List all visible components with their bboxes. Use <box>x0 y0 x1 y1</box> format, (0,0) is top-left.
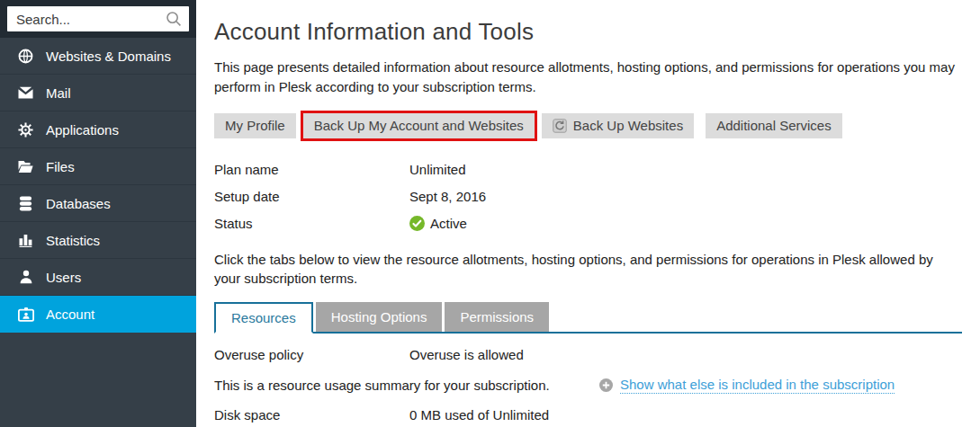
backup-websites-label: Back Up Websites <box>573 118 683 133</box>
plus-circle-icon[interactable] <box>599 378 613 392</box>
status-label: Status <box>214 216 409 231</box>
sidebar-item-label: Account <box>46 307 94 322</box>
plan-name-row: Plan name Unlimited <box>214 156 962 183</box>
backup-account-button[interactable]: Back Up My Account and Websites <box>303 113 535 138</box>
sidebar-item-label: Applications <box>46 122 119 138</box>
tabs-hint-text: Click the tabs below to view the resourc… <box>214 250 962 289</box>
sidebar-item-label: Mail <box>46 85 71 101</box>
user-icon <box>17 269 34 285</box>
sidebar-item-mail[interactable]: Mail <box>0 75 196 111</box>
usage-summary-row: This is a resource usage summary for you… <box>214 371 962 398</box>
plan-info: Plan name Unlimited Setup date Sept 8, 2… <box>214 156 962 237</box>
setup-date-row: Setup date Sept 8, 2016 <box>214 183 962 210</box>
backup-websites-button[interactable]: Back Up Websites <box>542 113 694 138</box>
annotation-highlight: Back Up My Account and Websites <box>301 111 537 141</box>
sidebar-item-account[interactable]: Account <box>0 296 196 333</box>
usage-summary-text: This is a resource usage summary for you… <box>214 378 599 393</box>
tab-bar: Resources Hosting Options Permissions <box>214 302 962 334</box>
main-content: Account Information and Tools This page … <box>196 0 980 427</box>
sidebar-search <box>0 0 196 38</box>
disk-space-label: Disk space <box>214 407 409 423</box>
overuse-policy-row: Overuse policy Overuse is allowed <box>214 341 962 368</box>
show-more-group: Show what else is included in the subscr… <box>599 377 895 394</box>
plan-name-label: Plan name <box>214 162 409 177</box>
tab-permissions[interactable]: Permissions <box>445 302 549 332</box>
status-value: Active <box>409 216 467 231</box>
sidebar: Websites & Domains Mail Applications Fil… <box>0 0 196 427</box>
backup-icon <box>553 119 567 133</box>
sidebar-item-databases[interactable]: Databases <box>0 185 196 222</box>
status-text: Active <box>430 216 467 231</box>
tab-resources[interactable]: Resources <box>214 302 313 334</box>
sidebar-item-statistics[interactable]: Statistics <box>0 222 196 259</box>
tab-hosting-options[interactable]: Hosting Options <box>316 302 443 332</box>
toolbar: My Profile Back Up My Account and Websit… <box>214 111 962 141</box>
my-profile-button[interactable]: My Profile <box>214 113 296 138</box>
resources-panel: Overuse policy Overuse is allowed This i… <box>214 341 962 427</box>
show-subscription-link[interactable]: Show what else is included in the subscr… <box>620 377 895 394</box>
search-input[interactable] <box>7 6 189 31</box>
setup-date-value: Sept 8, 2016 <box>409 189 486 204</box>
overuse-policy-value: Overuse is allowed <box>409 347 524 362</box>
intro-text: This page presents detailed information … <box>214 58 962 97</box>
sidebar-item-label: Statistics <box>46 233 100 248</box>
search-icon[interactable] <box>166 11 182 27</box>
sidebar-item-users[interactable]: Users <box>0 259 196 296</box>
setup-date-label: Setup date <box>214 189 409 204</box>
folder-icon <box>17 158 34 174</box>
disk-space-row: Disk space 0 MB used of Unlimited <box>214 401 962 427</box>
plesk-app: Websites & Domains Mail Applications Fil… <box>0 0 980 427</box>
database-icon <box>17 195 34 211</box>
plan-name-value: Unlimited <box>409 162 466 177</box>
bar-chart-icon <box>17 232 34 248</box>
sidebar-item-files[interactable]: Files <box>0 148 196 185</box>
status-row: Status Active <box>214 210 962 237</box>
sidebar-item-applications[interactable]: Applications <box>0 111 196 148</box>
overuse-policy-label: Overuse policy <box>214 347 409 362</box>
disk-space-value: 0 MB used of Unlimited <box>409 407 549 423</box>
id-card-icon <box>17 306 34 322</box>
sidebar-item-label: Users <box>46 270 81 285</box>
sidebar-item-label: Websites & Domains <box>46 49 171 64</box>
mail-icon <box>17 85 34 101</box>
globe-icon <box>17 48 34 64</box>
additional-services-button[interactable]: Additional Services <box>706 113 842 138</box>
sidebar-item-label: Databases <box>46 196 111 211</box>
page-title: Account Information and Tools <box>214 18 962 46</box>
check-circle-icon <box>409 216 425 231</box>
gear-icon <box>17 121 34 138</box>
sidebar-item-label: Files <box>46 159 75 174</box>
sidebar-item-websites-domains[interactable]: Websites & Domains <box>0 38 196 75</box>
